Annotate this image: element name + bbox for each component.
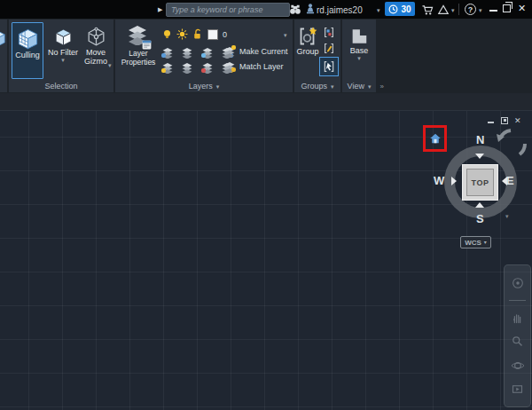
autodesk-app-icon[interactable] (437, 4, 450, 16)
layer-dropdown[interactable]: 0 ▾ (161, 28, 291, 42)
selection-panel-label-text: Selection (44, 82, 77, 91)
viewcube-west[interactable]: W (434, 174, 444, 187)
viewcube-arrow-right-icon[interactable] (451, 177, 457, 185)
drawing-canvas[interactable] (0, 110, 532, 410)
viewcube-arrow-down-icon[interactable] (475, 154, 484, 159)
layer-unisolate-icon[interactable] (181, 61, 193, 73)
layer-freeze-icon[interactable] (201, 46, 214, 58)
layer-dropdown-caret-icon[interactable]: ▾ (284, 32, 287, 38)
viewcube-south[interactable]: S (476, 212, 484, 225)
search-expand-icon[interactable]: ▶ (158, 6, 162, 12)
showmotion-icon[interactable] (511, 382, 524, 396)
username-dropdown-icon[interactable]: ▾ (377, 7, 380, 13)
navbar-divider (509, 300, 526, 301)
drawing-close-icon[interactable]: ✕ (514, 117, 521, 125)
ribbon-panel-view: Base ▾ View ▾ » (342, 20, 376, 92)
orbit-icon[interactable] (511, 359, 525, 373)
wcs-label: WCS (465, 239, 481, 247)
viewcube-arrow-left-icon[interactable] (502, 177, 507, 185)
zoom-icon[interactable] (511, 335, 524, 348)
pan-hand-icon[interactable] (511, 311, 524, 325)
current-layer-name: 0 (223, 30, 227, 39)
partial-icon (0, 28, 7, 48)
layer-thaw-icon[interactable] (201, 61, 214, 73)
layers-panel-label-text: Layers (189, 82, 213, 91)
viewcube-east[interactable]: E (506, 174, 514, 187)
layers-panel-label[interactable]: Layers ▾ (115, 82, 293, 91)
base-button[interactable]: Base ▾ (346, 25, 372, 78)
sign-in-person-icon[interactable] (304, 3, 317, 15)
match-layer-button[interactable]: Match Layer (223, 60, 284, 72)
cart-icon[interactable] (420, 4, 434, 16)
no-filter-button[interactable]: No Filter ▾ (46, 23, 80, 78)
group-edit-icon[interactable] (322, 42, 336, 55)
layers-panel-expand-icon[interactable]: ▾ (216, 83, 220, 90)
make-current-button[interactable]: Make Current (223, 45, 288, 57)
groups-panel-expand-icon[interactable]: ▾ (331, 83, 334, 90)
group-button[interactable]: Group (295, 23, 320, 78)
notification-badge[interactable]: 30 (385, 2, 415, 16)
ribbon: Culling No Filter ▾ Move Gizmo ▾ Selecti… (0, 19, 532, 93)
viewcube-menu-icon[interactable]: ▾ (505, 213, 509, 219)
viewcube-roll-arrows-icon[interactable] (493, 126, 528, 162)
view-panel-expand-icon[interactable]: ▾ (368, 83, 372, 90)
help-dropdown-icon[interactable]: ▾ (479, 7, 482, 13)
drawing-minimize-icon[interactable] (488, 122, 494, 123)
move-gizmo-button[interactable]: Move Gizmo (82, 23, 110, 78)
move-gizmo-dropdown-icon[interactable]: ▾ (108, 62, 112, 68)
make-current-label: Make Current (239, 47, 288, 56)
window-close-icon[interactable]: ✕ (518, 4, 526, 13)
ribbon-overflow-icon[interactable]: » (380, 83, 384, 91)
layer-off-icon[interactable] (161, 46, 174, 58)
viewcube-face-inner: TOP (466, 169, 494, 196)
clock-icon (388, 4, 398, 14)
drawing-restore-icon[interactable] (501, 117, 508, 124)
help-icon[interactable]: ? (465, 4, 476, 15)
selection-panel-label[interactable]: Selection (9, 82, 113, 91)
annotation-highlight-box (423, 125, 447, 152)
layer-on-icon[interactable] (161, 61, 174, 73)
base-dropdown-icon[interactable]: ▾ (357, 55, 361, 61)
culling-button[interactable]: Culling (12, 22, 43, 79)
ribbon-panel-selection: Culling No Filter ▾ Move Gizmo ▾ Selecti… (9, 20, 113, 92)
navigation-bar (504, 264, 531, 407)
layer-thaw-sun-icon[interactable] (176, 28, 188, 40)
window-minimize-icon[interactable] (489, 10, 497, 12)
window-restore-icon[interactable] (503, 4, 511, 12)
no-filter-dropdown-icon[interactable]: ▾ (61, 57, 65, 63)
group-label: Group (296, 47, 318, 56)
layer-dialog-icon (141, 39, 153, 51)
make-current-icon (223, 45, 236, 57)
groups-panel-label[interactable]: Groups ▾ (294, 82, 340, 91)
viewcube-home-icon[interactable] (429, 132, 442, 145)
match-layer-label: Match Layer (239, 62, 284, 71)
application-window: ▶ rd.jaimes20 ▾ 30 ▾ ? ▾ ✕ Culling (0, 0, 532, 410)
layer-color-swatch[interactable] (207, 29, 218, 40)
navwheel-icon[interactable] (511, 276, 525, 290)
layer-properties-button[interactable]: Layer Properties (117, 22, 160, 79)
no-filter-label: No Filter (48, 48, 78, 57)
viewcube-face-label: TOP (472, 178, 489, 187)
view-panel-label-text: View (348, 82, 364, 91)
base-label: Base (350, 46, 369, 55)
search-binoculars-icon[interactable] (289, 4, 301, 16)
layer-properties-label: Layer Properties (117, 49, 160, 67)
layer-unlock-icon[interactable] (192, 28, 203, 40)
viewcube-north[interactable]: N (476, 133, 484, 146)
username[interactable]: rd.jaimes20 (317, 5, 363, 15)
app-dropdown-icon[interactable]: ▾ (451, 7, 455, 13)
culling-icon (16, 27, 40, 51)
layer-on-bulb-icon[interactable] (161, 28, 173, 40)
group-icon (297, 26, 318, 47)
search-input[interactable] (166, 3, 290, 17)
no-filter-icon (52, 26, 74, 48)
ribbon-panel-partial (0, 20, 7, 92)
title-bar: ▶ rd.jaimes20 ▾ 30 ▾ ? ▾ ✕ (0, 0, 532, 19)
view-panel-label[interactable]: View ▾ (342, 82, 376, 91)
layer-isolate-icon[interactable] (181, 46, 193, 58)
group-selection-toggle[interactable] (319, 57, 339, 76)
viewcube-top-face[interactable]: TOP (462, 164, 498, 201)
viewcube-arrow-up-icon[interactable] (475, 202, 484, 208)
wcs-dropdown[interactable]: WCS ▾ (460, 236, 491, 248)
ungroup-icon[interactable] (322, 26, 336, 39)
